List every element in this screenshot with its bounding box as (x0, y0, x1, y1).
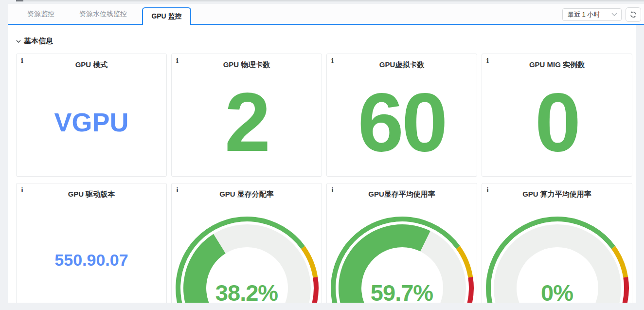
right-gutter (636, 25, 644, 303)
card-value: 60 (358, 74, 446, 170)
tab-resource-monitoring[interactable]: 资源监控 (27, 4, 54, 24)
tab-bar: 资源监控 资源水位线监控 GPU 监控 最近 1 小时 (8, 4, 644, 25)
card-gpu-physical-count: i GPU 物理卡数 2 (171, 54, 322, 177)
card-value: 550.90.07 (54, 251, 128, 270)
main-panel: 资源监控 资源水位线监控 GPU 监控 最近 1 小时 (8, 4, 644, 303)
top-edge-divider (16, 0, 644, 1)
time-range-select[interactable]: 最近 1 小时 (562, 8, 622, 21)
tab-resource-waterline-monitoring[interactable]: 资源水位线监控 (79, 4, 127, 24)
refresh-button[interactable] (626, 7, 641, 22)
refresh-icon (629, 10, 638, 19)
section-title: 基本信息 (24, 36, 53, 46)
tab-underline (8, 24, 644, 25)
card-value: 2 (225, 74, 269, 170)
time-range-value: 最近 1 小时 (568, 10, 611, 19)
card-gpu-compute-avg-usage: i GPU 算力平均使用率 0% (482, 183, 632, 303)
collapse-chevron-icon[interactable] (16, 40, 21, 43)
toolbar-controls: 最近 1 小时 (562, 4, 641, 25)
card-gpu-driver-version: i GPU 驱动版本 550.90.07 (16, 183, 167, 303)
gauge-value-label: 38.2% (172, 279, 322, 303)
section-basic-info[interactable]: 基本信息 (16, 36, 641, 46)
card-gpu-mode: i GPU 模式 VGPU (16, 54, 167, 177)
content-area: 基本信息 i GPU 模式 VGPU i GPU 物理卡数 2 i GPU虚拟卡… (8, 25, 644, 303)
tab-gpu-monitoring[interactable]: GPU 监控 (142, 7, 191, 25)
card-grid: i GPU 模式 VGPU i GPU 物理卡数 2 i GPU虚拟卡数 60 … (16, 54, 641, 303)
card-gpu-memory-avg-usage: i GPU显存平均使用率 59.7% (326, 183, 477, 303)
card-value: 0 (535, 74, 579, 170)
card-gpu-virtual-count: i GPU虚拟卡数 60 (326, 54, 477, 177)
gauge-value-label: 0% (482, 279, 632, 303)
card-gpu-memory-allocation-rate: i GPU 显存分配率 38.2% (171, 183, 322, 303)
gauge-value-label: 59.7% (327, 279, 477, 303)
chevron-down-icon (611, 13, 617, 16)
card-gpu-mig-instances: i GPU MIG 实例数 0 (482, 54, 632, 177)
card-value: VGPU (54, 107, 128, 137)
top-edge-mark (16, 0, 23, 1)
